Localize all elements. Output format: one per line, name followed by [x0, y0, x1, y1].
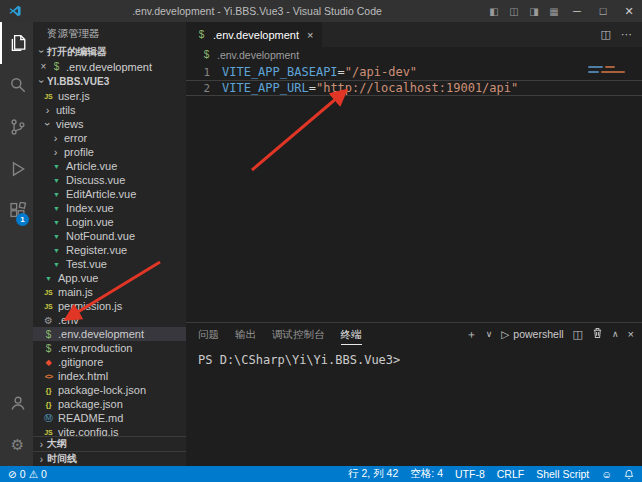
toggle-panel-icon[interactable]: ◫	[504, 6, 524, 17]
toggle-secondary-sidebar-icon[interactable]: ◨	[524, 6, 544, 17]
tree-item-index.vue[interactable]: ▼Index.vue	[33, 201, 186, 215]
activity-bar-spacer	[0, 232, 33, 382]
breadcrumb[interactable]: $ .env.development	[186, 47, 642, 62]
tab-label: .env.development	[213, 29, 299, 41]
open-editor-item[interactable]: × $ .env.development	[33, 59, 186, 74]
tree-item-label: user.js	[58, 90, 90, 102]
tree-item-error[interactable]: ›error	[33, 131, 186, 145]
tree-item-article.vue[interactable]: ▼Article.vue	[33, 159, 186, 173]
toggle-sidebar-icon[interactable]: ◧	[484, 6, 504, 17]
source-control-icon[interactable]	[0, 106, 33, 148]
close-icon[interactable]: ×	[37, 61, 50, 72]
tree-item-label: .env.development	[58, 328, 144, 340]
split-editor-icon[interactable]: ◫	[601, 28, 611, 41]
terminal-output[interactable]: PS D:\CSharp\Yi\Yi.BBS.Vue3>	[186, 345, 642, 466]
outline-section-header[interactable]: › 大纲	[33, 436, 186, 451]
panel-tab-终端[interactable]: 终端	[341, 323, 362, 345]
eol-sequence[interactable]: CRLF	[497, 468, 524, 480]
project-name-label: YI.BBS.VUE3	[47, 76, 109, 87]
close-panel-icon[interactable]: ×	[628, 328, 634, 340]
tree-item-.env.development[interactable]: $.env.development	[33, 327, 186, 341]
terminal-dropdown-icon[interactable]: ∨	[486, 329, 493, 339]
tree-item-label: Register.vue	[66, 244, 127, 256]
tree-item-.env[interactable]: ⚙.env	[33, 313, 186, 327]
tree-item-readme.md[interactable]: ⓂREADME.md	[33, 411, 186, 425]
tree-item-profile[interactable]: ›profile	[33, 145, 186, 159]
language-mode[interactable]: Shell Script	[536, 468, 589, 480]
tree-item-discuss.vue[interactable]: ▼Discuss.vue	[33, 173, 186, 187]
tree-item-label: profile	[64, 146, 94, 158]
git-file-icon: ◆	[42, 358, 55, 367]
env-value: "/api-dev"	[345, 65, 417, 79]
tree-item-register.vue[interactable]: ▼Register.vue	[33, 243, 186, 257]
tree-item-.env.production[interactable]: $.env.production	[33, 341, 186, 355]
settings-gear-icon[interactable]: ⚙	[0, 424, 33, 466]
sidebar-title: 资源管理器	[33, 22, 186, 44]
tree-item-index.html[interactable]: <>index.html	[33, 369, 186, 383]
cursor-position[interactable]: 行 2, 列 42	[348, 467, 398, 481]
tree-item-label: .env	[58, 314, 79, 326]
tree-item-permission.js[interactable]: JSpermission.js	[33, 299, 186, 313]
run-debug-icon[interactable]	[0, 148, 33, 190]
tree-item-main.js[interactable]: JSmain.js	[33, 285, 186, 299]
vscode-logo-icon	[0, 4, 30, 18]
account-icon[interactable]	[0, 382, 33, 424]
notifications-bell-icon[interactable]	[624, 469, 634, 480]
tree-item-label: index.html	[58, 370, 108, 382]
extensions-icon[interactable]: 1	[0, 190, 33, 232]
vue-file-icon: ▼	[50, 163, 63, 170]
md-file-icon: Ⓜ	[42, 412, 55, 425]
panel-tab-问题[interactable]: 问题	[198, 323, 219, 345]
open-editor-label: .env.development	[66, 61, 152, 73]
editor-pane: $ .env.development × ◫ ⋯ $ .env.developm…	[186, 22, 642, 466]
panel-tab-调试控制台[interactable]: 调试控制台	[272, 323, 325, 345]
panel-tab-输出[interactable]: 输出	[235, 323, 256, 345]
new-terminal-icon[interactable]: ＋	[466, 327, 477, 342]
split-terminal-icon[interactable]: ◫	[573, 328, 583, 341]
tree-item-vite.config.js[interactable]: JSvite.config.js	[33, 425, 186, 436]
chevron-down-icon: ›	[42, 119, 54, 130]
tree-item-test.vue[interactable]: ▼Test.vue	[33, 257, 186, 271]
indentation[interactable]: 空格: 4	[410, 467, 443, 481]
tree-item-.gitignore[interactable]: ◆.gitignore	[33, 355, 186, 369]
feedback-smiley-icon[interactable]: ☺	[601, 468, 612, 480]
explorer-icon[interactable]	[0, 22, 33, 64]
problems-status[interactable]: ⊘ 0 ⚠ 0	[8, 468, 47, 480]
tree-item-package.json[interactable]: {}package.json	[33, 397, 186, 411]
tree-item-editarticle.vue[interactable]: ▼EditArticle.vue	[33, 187, 186, 201]
close-button[interactable]: ✕	[616, 0, 642, 22]
code-editor[interactable]: 1VITE_APP_BASEAPI="/api-dev"2VITE_APP_UR…	[186, 62, 642, 322]
tree-item-app.vue[interactable]: ▼App.vue	[33, 271, 186, 285]
code-line-2[interactable]: 2VITE_APP_URL="http://localhost:19001/ap…	[186, 80, 642, 96]
customize-layout-icon[interactable]: ▦	[544, 6, 564, 17]
terminal-prompt: PS D:\CSharp\Yi\Yi.BBS.Vue3>	[198, 353, 400, 367]
shell-file-icon: $	[200, 49, 213, 60]
tree-item-label: Index.vue	[66, 202, 114, 214]
tree-item-package-lock.json[interactable]: {}package-lock.json	[33, 383, 186, 397]
tree-item-label: Test.vue	[66, 258, 107, 270]
terminal-profile-chip[interactable]: ▷ powershell	[501, 328, 563, 340]
project-section-header[interactable]: › YI.BBS.VUE3	[33, 74, 186, 89]
minimize-button[interactable]: ─	[564, 0, 590, 22]
tab-env-development[interactable]: $ .env.development ×	[186, 22, 322, 47]
tree-item-login.vue[interactable]: ▼Login.vue	[33, 215, 186, 229]
kill-terminal-icon[interactable]	[592, 327, 603, 341]
window-title: .env.development - Yi.BBS.Vue3 - Visual …	[30, 5, 484, 17]
extensions-badge: 1	[16, 213, 29, 226]
minimap[interactable]	[588, 66, 632, 76]
timeline-section-header[interactable]: › 时间线	[33, 451, 186, 466]
maximize-panel-icon[interactable]: ∧	[612, 329, 619, 339]
tree-item-views[interactable]: ›views	[33, 117, 186, 131]
encoding[interactable]: UTF-8	[455, 468, 485, 480]
tab-close-icon[interactable]: ×	[307, 29, 313, 41]
maximize-button[interactable]: □	[590, 0, 616, 22]
open-editors-section-header[interactable]: › 打开的编辑器	[33, 44, 186, 59]
env-key: VITE_APP_URL	[222, 81, 309, 95]
tree-item-utils[interactable]: ›utils	[33, 103, 186, 117]
search-icon[interactable]	[0, 64, 33, 106]
tree-item-user.js[interactable]: JSuser.js	[33, 89, 186, 103]
more-actions-icon[interactable]: ⋯	[621, 28, 632, 41]
tree-item-notfound.vue[interactable]: ▼NotFound.vue	[33, 229, 186, 243]
explorer-sidebar: 资源管理器 › 打开的编辑器 × $ .env.development › YI…	[33, 22, 186, 466]
code-line-1[interactable]: 1VITE_APP_BASEAPI="/api-dev"	[186, 64, 642, 80]
